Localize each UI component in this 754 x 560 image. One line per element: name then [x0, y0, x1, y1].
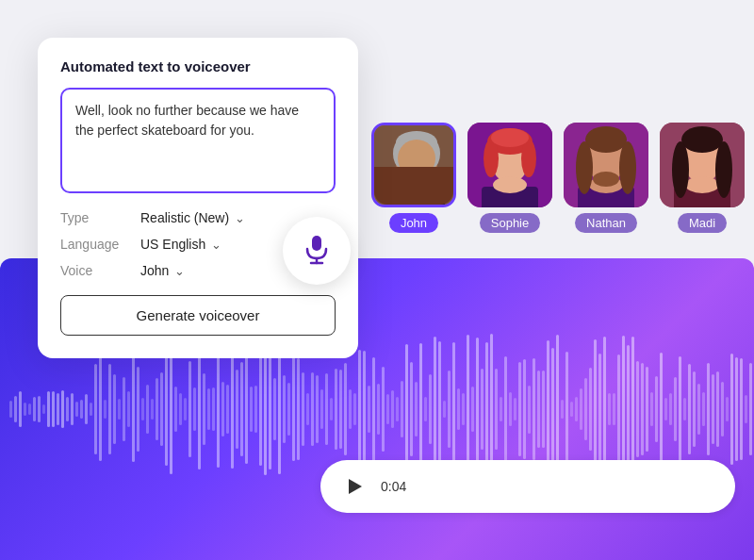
svg-point-28 [681, 126, 723, 153]
avatar-john [371, 123, 456, 207]
svg-rect-31 [312, 236, 321, 251]
voiceover-panel: Automated text to voiceover Type Realist… [38, 38, 358, 358]
svg-point-13 [484, 140, 499, 177]
type-label: Type [60, 210, 140, 225]
svg-point-22 [619, 141, 636, 194]
voice-card-madi[interactable]: Madi [660, 123, 745, 233]
svg-rect-3 [388, 189, 445, 207]
voice-label: Voice [60, 263, 140, 278]
voice-cards-row: John Sophie [352, 113, 754, 242]
svg-point-4 [398, 177, 435, 196]
type-value[interactable]: Realistic (New) [140, 210, 245, 225]
play-button[interactable] [339, 471, 369, 502]
svg-point-11 [493, 176, 527, 193]
svg-point-27 [685, 176, 719, 193]
voiceover-text-input[interactable] [75, 101, 320, 176]
text-area-wrapper [60, 88, 336, 193]
avatar-nathan [564, 123, 648, 207]
svg-point-29 [672, 141, 689, 198]
voice-value[interactable]: John [140, 263, 185, 278]
language-label: Language [60, 237, 140, 252]
voice-name-badge-sophie: Sophie [480, 213, 540, 233]
svg-point-6 [393, 140, 406, 167]
svg-point-30 [715, 141, 732, 198]
svg-marker-34 [349, 479, 362, 494]
voice-name-badge-john: John [389, 213, 438, 233]
svg-point-20 [585, 126, 627, 153]
voice-card-nathan[interactable]: Nathan [564, 123, 648, 233]
voice-name-badge-nathan: Nathan [575, 213, 637, 233]
svg-point-21 [576, 141, 593, 194]
voice-card-john[interactable]: John [371, 123, 456, 233]
microphone-icon [300, 232, 334, 270]
time-display: 0:04 [381, 479, 406, 494]
generate-voiceover-button[interactable]: Generate voiceover [60, 295, 336, 336]
svg-point-15 [491, 128, 529, 147]
type-setting-row: Type Realistic (New) [60, 210, 336, 225]
avatar-madi [660, 123, 745, 207]
svg-point-7 [427, 140, 440, 167]
avatar-sophie [467, 123, 552, 207]
microphone-button[interactable] [283, 217, 351, 285]
svg-point-2 [400, 142, 434, 169]
voice-card-sophie[interactable]: Sophie [467, 123, 552, 233]
svg-point-14 [521, 140, 536, 177]
svg-point-23 [593, 172, 619, 187]
voice-name-badge-madi: Madi [678, 213, 727, 233]
language-value[interactable]: US English [140, 237, 221, 252]
playback-bar: 0:04 [320, 460, 735, 513]
panel-title: Automated text to voiceover [60, 58, 336, 74]
